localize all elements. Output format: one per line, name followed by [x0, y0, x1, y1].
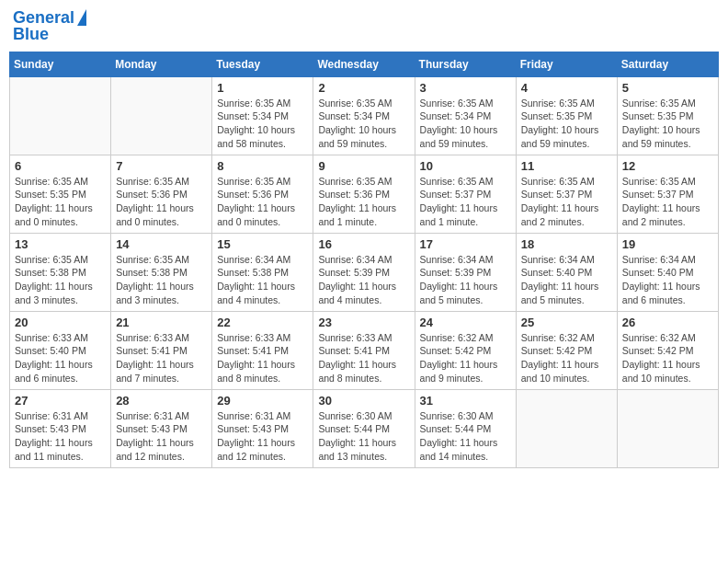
day-info: Sunrise: 6:30 AMSunset: 5:44 PMDaylight:… — [420, 409, 511, 464]
week-row-1: 1Sunrise: 6:35 AMSunset: 5:34 PMDaylight… — [10, 76, 719, 155]
day-number: 3 — [420, 81, 511, 95]
day-info: Sunrise: 6:33 AMSunset: 5:41 PMDaylight:… — [116, 331, 207, 385]
logo-text-line2: Blue — [13, 26, 86, 44]
calendar-cell: 28Sunrise: 6:31 AMSunset: 5:43 PMDayligh… — [111, 389, 212, 467]
day-info: Sunrise: 6:35 AMSunset: 5:36 PMDaylight:… — [318, 175, 409, 229]
calendar-cell: 1Sunrise: 6:35 AMSunset: 5:34 PMDaylight… — [212, 76, 313, 155]
day-info: Sunrise: 6:32 AMSunset: 5:42 PMDaylight:… — [521, 331, 612, 385]
calendar-cell: 7Sunrise: 6:35 AMSunset: 5:36 PMDaylight… — [111, 155, 212, 233]
day-info: Sunrise: 6:35 AMSunset: 5:38 PMDaylight:… — [116, 253, 207, 307]
calendar-cell: 20Sunrise: 6:33 AMSunset: 5:40 PMDayligh… — [10, 311, 111, 389]
day-info: Sunrise: 6:32 AMSunset: 5:42 PMDaylight:… — [622, 331, 713, 385]
calendar-cell: 16Sunrise: 6:34 AMSunset: 5:39 PMDayligh… — [313, 233, 415, 311]
week-row-3: 13Sunrise: 6:35 AMSunset: 5:38 PMDayligh… — [10, 233, 719, 311]
day-number: 8 — [217, 159, 308, 173]
day-info: Sunrise: 6:35 AMSunset: 5:37 PMDaylight:… — [521, 175, 612, 229]
day-number: 27 — [15, 394, 106, 408]
day-info: Sunrise: 6:35 AMSunset: 5:35 PMDaylight:… — [622, 97, 713, 151]
day-number: 1 — [217, 81, 308, 95]
day-number: 5 — [622, 81, 713, 95]
week-row-4: 20Sunrise: 6:33 AMSunset: 5:40 PMDayligh… — [10, 311, 719, 389]
day-number: 25 — [521, 316, 612, 329]
col-header-monday: Monday — [111, 52, 212, 76]
day-number: 19 — [622, 237, 713, 251]
calendar-cell: 13Sunrise: 6:35 AMSunset: 5:38 PMDayligh… — [10, 233, 111, 311]
calendar-cell: 31Sunrise: 6:30 AMSunset: 5:44 PMDayligh… — [415, 389, 516, 467]
calendar-cell: 23Sunrise: 6:33 AMSunset: 5:41 PMDayligh… — [313, 311, 415, 389]
day-info: Sunrise: 6:31 AMSunset: 5:43 PMDaylight:… — [217, 409, 308, 464]
day-number: 6 — [15, 159, 106, 173]
day-info: Sunrise: 6:35 AMSunset: 5:34 PMDaylight:… — [318, 97, 409, 151]
day-number: 16 — [318, 237, 409, 251]
calendar-cell: 22Sunrise: 6:33 AMSunset: 5:41 PMDayligh… — [212, 311, 313, 389]
day-info: Sunrise: 6:35 AMSunset: 5:35 PMDaylight:… — [521, 97, 612, 151]
calendar-cell: 12Sunrise: 6:35 AMSunset: 5:37 PMDayligh… — [617, 155, 718, 233]
day-number: 29 — [217, 394, 308, 408]
calendar-cell: 4Sunrise: 6:35 AMSunset: 5:35 PMDaylight… — [516, 76, 617, 155]
day-number: 13 — [15, 237, 106, 251]
day-number: 7 — [116, 159, 207, 173]
calendar-cell: 21Sunrise: 6:33 AMSunset: 5:41 PMDayligh… — [111, 311, 212, 389]
day-info: Sunrise: 6:35 AMSunset: 5:37 PMDaylight:… — [622, 175, 713, 229]
logo-triangle-icon — [77, 9, 86, 26]
calendar-header-row: SundayMondayTuesdayWednesdayThursdayFrid… — [10, 52, 719, 76]
calendar-cell: 26Sunrise: 6:32 AMSunset: 5:42 PMDayligh… — [617, 311, 718, 389]
calendar-cell — [10, 76, 111, 155]
calendar-cell: 27Sunrise: 6:31 AMSunset: 5:43 PMDayligh… — [10, 389, 111, 467]
day-number: 31 — [420, 394, 511, 408]
day-number: 18 — [521, 237, 612, 251]
day-number: 20 — [15, 316, 106, 329]
calendar-cell: 24Sunrise: 6:32 AMSunset: 5:42 PMDayligh… — [415, 311, 516, 389]
day-number: 11 — [521, 159, 612, 173]
calendar-cell: 10Sunrise: 6:35 AMSunset: 5:37 PMDayligh… — [415, 155, 516, 233]
calendar-cell — [617, 389, 718, 467]
day-info: Sunrise: 6:32 AMSunset: 5:42 PMDaylight:… — [420, 331, 511, 385]
day-info: Sunrise: 6:35 AMSunset: 5:36 PMDaylight:… — [116, 175, 207, 229]
day-info: Sunrise: 6:34 AMSunset: 5:39 PMDaylight:… — [318, 253, 409, 307]
col-header-friday: Friday — [516, 52, 617, 76]
col-header-wednesday: Wednesday — [313, 52, 415, 76]
calendar-cell: 14Sunrise: 6:35 AMSunset: 5:38 PMDayligh… — [111, 233, 212, 311]
day-info: Sunrise: 6:35 AMSunset: 5:38 PMDaylight:… — [15, 253, 106, 307]
calendar-cell: 18Sunrise: 6:34 AMSunset: 5:40 PMDayligh… — [516, 233, 617, 311]
day-number: 10 — [420, 159, 511, 173]
day-info: Sunrise: 6:33 AMSunset: 5:41 PMDaylight:… — [318, 331, 409, 385]
day-number: 9 — [318, 159, 409, 173]
day-info: Sunrise: 6:34 AMSunset: 5:40 PMDaylight:… — [521, 253, 612, 307]
day-info: Sunrise: 6:35 AMSunset: 5:34 PMDaylight:… — [420, 97, 511, 151]
day-number: 30 — [318, 394, 409, 408]
day-number: 4 — [521, 81, 612, 95]
day-number: 14 — [116, 237, 207, 251]
day-number: 23 — [318, 316, 409, 329]
page-header: General Blue — [9, 9, 719, 44]
calendar-cell: 2Sunrise: 6:35 AMSunset: 5:34 PMDaylight… — [313, 76, 415, 155]
calendar-cell: 3Sunrise: 6:35 AMSunset: 5:34 PMDaylight… — [415, 76, 516, 155]
calendar-table: SundayMondayTuesdayWednesdayThursdayFrid… — [9, 52, 719, 468]
calendar-cell: 9Sunrise: 6:35 AMSunset: 5:36 PMDaylight… — [313, 155, 415, 233]
calendar-cell — [516, 389, 617, 467]
day-info: Sunrise: 6:35 AMSunset: 5:34 PMDaylight:… — [217, 97, 308, 151]
calendar-cell: 15Sunrise: 6:34 AMSunset: 5:38 PMDayligh… — [212, 233, 313, 311]
calendar-cell — [111, 76, 212, 155]
day-info: Sunrise: 6:35 AMSunset: 5:35 PMDaylight:… — [15, 175, 106, 229]
calendar-cell: 19Sunrise: 6:34 AMSunset: 5:40 PMDayligh… — [617, 233, 718, 311]
calendar-cell: 6Sunrise: 6:35 AMSunset: 5:35 PMDaylight… — [10, 155, 111, 233]
week-row-2: 6Sunrise: 6:35 AMSunset: 5:35 PMDaylight… — [10, 155, 719, 233]
calendar-cell: 11Sunrise: 6:35 AMSunset: 5:37 PMDayligh… — [516, 155, 617, 233]
day-number: 21 — [116, 316, 207, 329]
calendar-cell: 25Sunrise: 6:32 AMSunset: 5:42 PMDayligh… — [516, 311, 617, 389]
day-number: 22 — [217, 316, 308, 329]
day-number: 28 — [116, 394, 207, 408]
calendar-cell: 17Sunrise: 6:34 AMSunset: 5:39 PMDayligh… — [415, 233, 516, 311]
day-info: Sunrise: 6:34 AMSunset: 5:40 PMDaylight:… — [622, 253, 713, 307]
week-row-5: 27Sunrise: 6:31 AMSunset: 5:43 PMDayligh… — [10, 389, 719, 467]
calendar-cell: 30Sunrise: 6:30 AMSunset: 5:44 PMDayligh… — [313, 389, 415, 467]
col-header-saturday: Saturday — [617, 52, 718, 76]
day-info: Sunrise: 6:31 AMSunset: 5:43 PMDaylight:… — [116, 409, 207, 464]
day-info: Sunrise: 6:31 AMSunset: 5:43 PMDaylight:… — [15, 409, 106, 464]
day-info: Sunrise: 6:30 AMSunset: 5:44 PMDaylight:… — [318, 409, 409, 464]
day-number: 26 — [622, 316, 713, 329]
logo: General Blue — [13, 9, 86, 44]
day-info: Sunrise: 6:35 AMSunset: 5:37 PMDaylight:… — [420, 175, 511, 229]
day-info: Sunrise: 6:34 AMSunset: 5:39 PMDaylight:… — [420, 253, 511, 307]
